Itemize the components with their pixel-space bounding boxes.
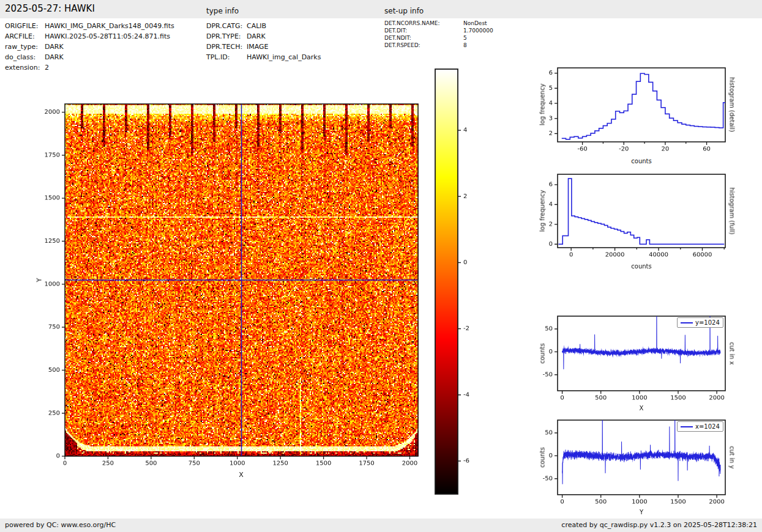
cut-x-legend: y=1024 bbox=[677, 317, 723, 328]
meta-row-origfile: ORIGFILE:HAWKI_IMG_DARK_Darks148_0049.fi… bbox=[5, 21, 174, 31]
meta-label: DET.NDIT: bbox=[384, 34, 463, 42]
meta-value: 5 bbox=[463, 35, 467, 41]
meta-row-ndit: DET.NDIT:5 bbox=[384, 34, 493, 42]
meta-label: DET.NCORRS.NAME: bbox=[384, 20, 463, 27]
cut-x-side-label: cut in x bbox=[729, 342, 736, 364]
cut-y-xlabel: Y bbox=[640, 509, 643, 515]
meta-row-arcfile: ARCFILE:HAWKI.2025-05-28T11:05:24.871.fi… bbox=[5, 31, 174, 42]
meta-row-extension: extension:2 bbox=[5, 62, 174, 73]
meta-value: IMAGE bbox=[247, 43, 269, 51]
meta-value: DARK bbox=[45, 53, 64, 61]
meta-label: DPR.TECH: bbox=[206, 42, 247, 52]
meta-label: extension: bbox=[5, 62, 45, 73]
footer-bar: powered by QC: www.eso.org/HC created by… bbox=[0, 519, 762, 532]
meta-label: DET.RSPEED: bbox=[384, 42, 463, 49]
meta-value: DARK bbox=[247, 32, 266, 40]
meta-value: 2 bbox=[45, 64, 49, 72]
setup-info-block: DET.NCORRS.NAME:NonDest DET.DIT:1.700000… bbox=[384, 20, 493, 49]
meta-label: DPR.TYPE: bbox=[206, 31, 247, 42]
meta-row-ncorrs: DET.NCORRS.NAME:NonDest bbox=[384, 20, 493, 27]
legend-label: y=1024 bbox=[695, 319, 720, 326]
meta-row-dprcatg: DPR.CATG:CALIB bbox=[206, 21, 321, 31]
meta-row-doclass: do_class:DARK bbox=[5, 52, 174, 62]
legend-line-sample bbox=[681, 322, 693, 323]
meta-row-dprtype: DPR.TYPE:DARK bbox=[206, 31, 321, 42]
meta-label: DET.DIT: bbox=[384, 27, 463, 34]
meta-row-dprtech: DPR.TECH:IMAGE bbox=[206, 42, 321, 52]
footer-powered-by: powered by QC: www.eso.org/HC bbox=[5, 521, 116, 529]
type-info-heading: type info bbox=[206, 7, 239, 15]
meta-label: raw_type: bbox=[5, 42, 45, 52]
meta-value: HAWKI_IMG_DARK_Darks148_0049.fits bbox=[45, 22, 174, 30]
meta-value: HAWKI_img_cal_Darks bbox=[247, 53, 321, 61]
colorbar bbox=[428, 62, 496, 508]
header-bar: 2025-05-27: HAWKI type info set-up info bbox=[0, 0, 762, 18]
meta-label: ORIGFILE: bbox=[5, 21, 45, 31]
cut-y-side-label: cut in y bbox=[729, 446, 736, 468]
type-info-block: DPR.CATG:CALIB DPR.TYPE:DARK DPR.TECH:IM… bbox=[206, 21, 321, 62]
meta-label: ARCFILE: bbox=[5, 31, 45, 42]
detector-image-plot bbox=[24, 92, 441, 495]
meta-row-dit: DET.DIT:1.7000000 bbox=[384, 27, 493, 34]
histogram-detail-plot bbox=[531, 58, 736, 157]
footer-created-by: created by qc_rawdisp.py v1.2.3 on 2025-… bbox=[561, 521, 757, 529]
legend-line-sample bbox=[681, 426, 693, 427]
cut-y-ylabel: counts bbox=[539, 447, 546, 467]
histogram-full-plot bbox=[531, 164, 736, 264]
meta-row-tplid: TPL.ID:HAWKI_img_cal_Darks bbox=[206, 52, 321, 62]
meta-label: do_class: bbox=[5, 52, 45, 62]
hist-detail-xlabel: counts bbox=[631, 158, 651, 164]
hist-detail-side-label: histogram (detail) bbox=[729, 77, 736, 132]
page-title: 2025-05-27: HAWKI bbox=[5, 3, 95, 14]
main-yaxis-label: Y bbox=[35, 278, 43, 283]
legend-label: x=1024 bbox=[695, 423, 720, 430]
meta-value: 8 bbox=[463, 42, 467, 48]
file-info-block: ORIGFILE:HAWKI_IMG_DARK_Darks148_0049.fi… bbox=[5, 21, 174, 73]
meta-value: DARK bbox=[45, 43, 64, 51]
meta-label: DPR.CATG: bbox=[206, 21, 247, 31]
meta-value: CALIB bbox=[247, 22, 266, 30]
setup-info-heading: set-up info bbox=[384, 7, 424, 15]
meta-row-rawtype: raw_type:DARK bbox=[5, 42, 174, 52]
cut-x-ylabel: counts bbox=[539, 343, 546, 363]
main-xaxis-label: X bbox=[239, 471, 244, 479]
cut-y-legend: x=1024 bbox=[677, 421, 723, 432]
hist-full-ylabel: log frequency bbox=[539, 190, 546, 232]
meta-label: TPL.ID: bbox=[206, 52, 247, 62]
hist-full-xlabel: counts bbox=[631, 263, 651, 270]
meta-value: 1.7000000 bbox=[463, 28, 493, 34]
meta-row-rspeed: DET.RSPEED:8 bbox=[384, 42, 493, 49]
hist-full-side-label: histogram (full) bbox=[729, 187, 736, 234]
meta-value: NonDest bbox=[463, 20, 487, 26]
meta-value: HAWKI.2025-05-28T11:05:24.871.fits bbox=[45, 32, 170, 40]
hist-detail-ylabel: log frequency bbox=[539, 84, 546, 126]
